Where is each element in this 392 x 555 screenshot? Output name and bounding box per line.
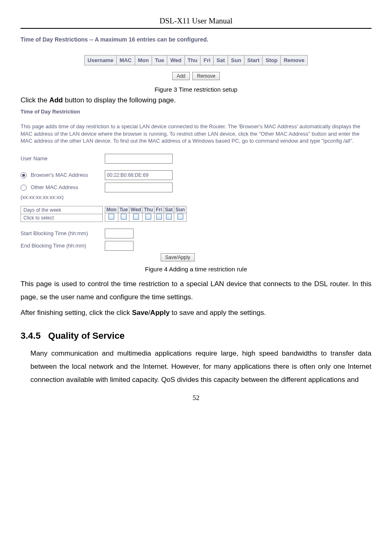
start-time-label: Start Blocking Time (hh:mm) (21, 230, 105, 236)
browser-mac-wrap: Browser's MAC Address (21, 172, 105, 178)
day-tue: Tue (118, 206, 129, 213)
p2-save: Save (132, 309, 148, 317)
chk-tue[interactable] (121, 214, 127, 220)
days-block: Days of the week Click to select Mon Tue… (21, 206, 371, 222)
col-fri: Fri (201, 56, 214, 65)
browser-mac-label: Browser's MAC Address (31, 172, 88, 178)
end-time-label: End Blocking Time (hh:mm) (21, 243, 105, 249)
other-mac-wrap: Other MAC Address (21, 184, 105, 191)
chk-fri[interactable] (156, 214, 162, 220)
col-thu: Thu (184, 56, 201, 65)
other-mac-label: Other MAC Address (31, 184, 78, 190)
col-sun: Sun (228, 56, 244, 65)
col-remove: Remove (281, 56, 308, 65)
day-sun: Sun (174, 206, 187, 213)
username-label: User Name (21, 155, 105, 162)
days-left: Days of the week Click to select (21, 206, 105, 222)
chk-sun[interactable] (178, 214, 183, 220)
days-table: Mon Tue Wed Thu Fri Sat Sun (105, 206, 187, 222)
days-label: Days of the week (21, 206, 103, 214)
col-username: Username (85, 56, 117, 65)
click-add-suffix: button to display the following page. (63, 96, 176, 104)
day-fri: Fri (154, 206, 164, 213)
click-add-prefix: Click the (21, 96, 49, 104)
page-number: 52 (21, 394, 371, 402)
page-header: DSL-X11 User Manual (21, 16, 371, 29)
row-username: User Name (21, 154, 371, 164)
remove-button[interactable]: Remove (192, 72, 220, 80)
restriction-subtitle: Time of Day Restriction (21, 109, 371, 115)
col-stop: Stop (263, 56, 281, 65)
row-other-mac: Other MAC Address (21, 183, 371, 192)
row-other-mac-hint: (xx:xx:xx:xx:xx:xx) (21, 194, 371, 200)
col-mac: MAC (116, 56, 135, 65)
figure4-caption: Figure 4 Adding a time restriction rule (21, 266, 371, 273)
paragraph-1: This page is used to control the time re… (21, 278, 371, 304)
restriction-info: This page adds time of day restriction t… (21, 123, 371, 145)
end-time-input[interactable] (105, 241, 134, 251)
col-tue: Tue (152, 56, 167, 65)
table-buttons: Add Remove (21, 72, 371, 80)
qos-heading: 3.4.5 Quality of Service (21, 331, 371, 341)
p2-prefix: After finishing setting, click the click (21, 309, 132, 317)
day-wed: Wed (129, 206, 143, 213)
add-button[interactable]: Add (172, 72, 190, 80)
restrictions-title: Time of Day Restrictions -- A maximum 16… (21, 36, 371, 43)
chk-wed[interactable] (133, 214, 139, 220)
col-sat: Sat (214, 56, 228, 65)
browser-mac-input[interactable] (105, 170, 173, 180)
chk-sat[interactable] (166, 214, 172, 220)
p2-apply: Apply (150, 309, 170, 317)
col-start: Start (244, 56, 263, 65)
paragraph-2: After finishing setting, click the click… (21, 306, 371, 319)
chk-thu[interactable] (145, 214, 151, 220)
figure3-caption: Figure 3 Time restriction setup (21, 86, 371, 93)
start-time-input[interactable] (105, 229, 134, 238)
p2-suffix: to save and apply the settings. (170, 309, 266, 317)
click-add-line: Click the Add button to display the foll… (21, 96, 371, 104)
day-sat: Sat (164, 206, 174, 213)
qos-title: Quality of Service (48, 331, 125, 341)
click-add-bold: Add (49, 96, 63, 104)
paragraph-3: Many communication and multimedia applic… (30, 347, 371, 387)
day-mon: Mon (105, 206, 118, 213)
restrictions-table-wrap: Username MAC Mon Tue Wed Thu Fri Sat Sun… (21, 55, 371, 65)
username-input[interactable] (105, 154, 173, 164)
col-mon: Mon (135, 56, 152, 65)
day-thu: Thu (143, 206, 154, 213)
qos-num: 3.4.5 (21, 331, 41, 341)
save-apply-button[interactable]: Save/Apply (161, 253, 195, 261)
row-start-time: Start Blocking Time (hh:mm) (21, 229, 371, 238)
restrictions-table: Username MAC Mon Tue Wed Thu Fri Sat Sun… (84, 55, 308, 65)
save-wrap: Save/Apply (160, 253, 371, 261)
row-browser-mac: Browser's MAC Address (21, 170, 371, 180)
browser-mac-radio[interactable] (21, 172, 27, 178)
chk-mon[interactable] (108, 214, 114, 220)
col-wed: Wed (167, 56, 184, 65)
row-end-time: End Blocking Time (hh:mm) (21, 241, 371, 251)
other-mac-radio[interactable] (21, 185, 27, 191)
other-mac-hint: (xx:xx:xx:xx:xx:xx) (21, 194, 105, 200)
days-select-label: Click to select (21, 214, 103, 222)
other-mac-input[interactable] (105, 183, 173, 192)
